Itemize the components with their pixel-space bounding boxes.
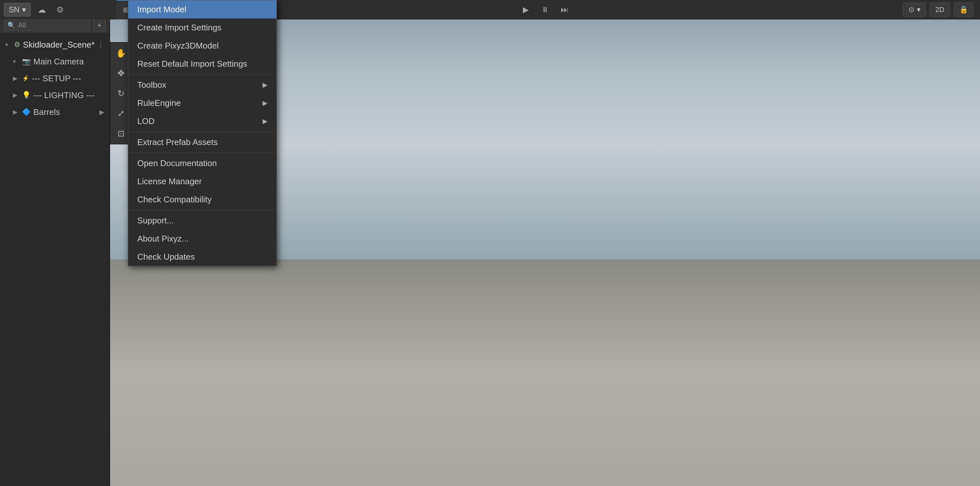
hierarchy-item-scene[interactable]: ▾ ⚙ Skidloader_Scene* ⋮ xyxy=(0,36,110,53)
lighting-label: --- LIGHTING --- xyxy=(33,90,94,100)
scene-expand-arrow: ▾ xyxy=(5,41,11,48)
menu-item-lod[interactable]: LOD ▶ xyxy=(128,112,277,130)
menu-item-license-manager[interactable]: License Manager xyxy=(128,172,277,190)
gizmo-dropdown: ▾ xyxy=(917,5,920,14)
menu-item-ruleengine[interactable]: RuleEngine ▶ xyxy=(128,94,277,112)
pause-icon: ⏸ xyxy=(541,5,549,14)
view-2d-button[interactable]: 2D xyxy=(930,3,950,17)
scene-icon: ⚙ xyxy=(14,40,21,49)
setup-expand-arrow: ▶ xyxy=(13,75,19,82)
menu-item-toolbox-label: Toolbox xyxy=(137,80,166,90)
menu-item-check-compatibility-label: Check Compatibility xyxy=(137,194,212,205)
hierarchy-item-main-camera[interactable]: ▾ 📷 Main Camera xyxy=(0,53,110,70)
cloud-button[interactable]: ☁ xyxy=(35,3,49,17)
separator-3 xyxy=(128,153,277,153)
gizmo-mode-button[interactable]: ⊙ ▾ xyxy=(903,3,926,17)
hierarchy-panel: SN ▾ ☁ ⚙ Hierarchy 🔒 ⋮ 🔍 All + ▾ ⚙ Skidl… xyxy=(0,0,110,486)
add-hierarchy-button[interactable]: + xyxy=(93,19,105,32)
next-button[interactable]: ⏭ xyxy=(557,3,572,17)
menu-item-ruleengine-label: RuleEngine xyxy=(137,98,181,108)
menu-item-about-pixyz[interactable]: About Pixyz... xyxy=(128,229,277,248)
unity-toolbar: SN ▾ ☁ ⚙ xyxy=(0,0,110,19)
menu-item-create-pixyz3dmodel-label: Create Pixyz3DModel xyxy=(137,41,218,51)
ruleengine-submenu-arrow: ▶ xyxy=(262,99,267,107)
ground-plane xyxy=(110,259,980,486)
lighting-icon: 💡 xyxy=(22,91,31,99)
menu-item-extract-prefab-assets[interactable]: Extract Prefab Assets xyxy=(128,133,277,151)
hierarchy-item-setup[interactable]: ▶ ⚡ --- SETUP --- xyxy=(0,70,110,87)
next-icon: ⏭ xyxy=(561,5,568,14)
menu-item-create-pixyz3dmodel[interactable]: Create Pixyz3DModel xyxy=(128,37,277,55)
separator-1 xyxy=(128,74,277,75)
search-icon: 🔍 xyxy=(8,21,16,29)
menu-item-open-documentation-label: Open Documentation xyxy=(137,158,217,168)
menu-item-create-import-settings-label: Create Import Settings xyxy=(137,23,221,33)
sn-dropdown-arrow: ▾ xyxy=(22,5,26,14)
lock-icon: 🔒 xyxy=(959,5,968,14)
search-input[interactable]: All xyxy=(18,21,26,29)
camera-label: Main Camera xyxy=(33,57,84,67)
hierarchy-item-barrels[interactable]: ▶ 🔷 Barrels ▶ xyxy=(0,104,110,120)
menu-item-open-documentation[interactable]: Open Documentation xyxy=(128,154,277,172)
menu-item-check-updates-label: Check Updates xyxy=(137,252,195,262)
scene-more-icon[interactable]: ⋮ xyxy=(97,40,104,49)
barrels-label: Barrels xyxy=(33,107,60,117)
menu-item-reset-default-import-settings[interactable]: Reset Default Import Settings xyxy=(128,55,277,73)
barrels-expand-arrow: ▶ xyxy=(13,108,19,116)
barrels-icon: 🔷 xyxy=(22,108,31,116)
menu-item-reset-default-import-settings-label: Reset Default Import Settings xyxy=(137,59,247,69)
play-button[interactable]: ▶ xyxy=(519,3,533,17)
gizmo-icon: ⊙ xyxy=(908,5,914,14)
menu-item-support-label: Support... xyxy=(137,216,174,226)
menu-item-license-manager-label: License Manager xyxy=(137,177,202,186)
hierarchy-item-lighting[interactable]: ▶ 💡 --- LIGHTING --- xyxy=(0,87,110,104)
menu-item-lod-label: LOD xyxy=(137,116,154,126)
setup-icon: ⚡ xyxy=(22,75,29,82)
view-2d-label: 2D xyxy=(935,5,944,14)
menu-item-import-model[interactable]: Import Model xyxy=(128,0,277,18)
separator-2 xyxy=(128,131,277,132)
toolbox-submenu-arrow: ▶ xyxy=(262,81,267,89)
menu-item-support[interactable]: Support... xyxy=(128,212,277,229)
camera-expand-arrow: ▾ xyxy=(13,58,19,65)
pause-button[interactable]: ⏸ xyxy=(538,3,552,17)
menu-item-create-import-settings[interactable]: Create Import Settings xyxy=(128,18,277,37)
menu-item-toolbox[interactable]: Toolbox ▶ xyxy=(128,76,277,94)
menu-item-about-pixyz-label: About Pixyz... xyxy=(137,234,189,244)
barrels-arrow: ▶ xyxy=(99,108,104,116)
menu-item-import-model-label: Import Model xyxy=(137,5,186,14)
setup-label: --- SETUP --- xyxy=(32,73,81,83)
lock-view-button[interactable]: 🔒 xyxy=(954,3,974,17)
context-menu: Import Model Create Import Settings Crea… xyxy=(128,0,277,266)
scene-name: Skidloader_Scene* xyxy=(23,40,94,50)
menu-item-extract-prefab-assets-label: Extract Prefab Assets xyxy=(137,137,218,147)
separator-4 xyxy=(128,210,277,210)
sn-badge[interactable]: SN ▾ xyxy=(4,3,31,16)
sn-label: SN xyxy=(9,5,19,14)
camera-icon: 📷 xyxy=(22,57,31,66)
menu-item-check-compatibility[interactable]: Check Compatibility xyxy=(128,190,277,209)
hierarchy-items: ▾ ⚙ Skidloader_Scene* ⋮ ▾ 📷 Main Camera … xyxy=(0,33,110,486)
lighting-expand-arrow: ▶ xyxy=(13,92,19,99)
lod-submenu-arrow: ▶ xyxy=(262,117,267,125)
play-icon: ▶ xyxy=(523,5,529,14)
settings-button[interactable]: ⚙ xyxy=(53,3,67,17)
menu-item-check-updates[interactable]: Check Updates xyxy=(128,248,277,266)
